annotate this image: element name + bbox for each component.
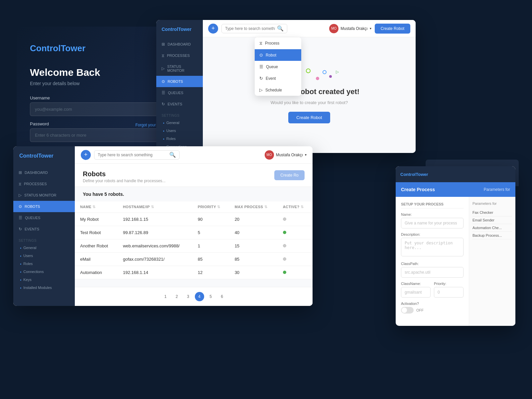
dropdown-item-queue[interactable]: ☰ Queue (255, 61, 301, 72)
page-button[interactable]: 5 (206, 292, 215, 301)
dropdown-item-event[interactable]: ↻ Event (255, 72, 301, 84)
sidebar-item-status-monitor[interactable]: ▷ STATUS MONITOR (156, 61, 203, 76)
sidebar-2-events[interactable]: ↻ EVENTS (13, 223, 75, 235)
settings-2-section-label: SETTINGS (13, 235, 75, 244)
cp-classpath-label: ClassPath: (401, 262, 464, 266)
main-content-2: + 🔍 MO Mustafa Orakçı ▾ Robots Define yo… (75, 146, 313, 306)
event-icon: ↻ (259, 76, 263, 81)
sidebar-2-queues[interactable]: ☰ QUEUES (13, 212, 75, 223)
page-button[interactable]: 2 (172, 292, 182, 301)
add-button-2[interactable]: + (81, 150, 91, 160)
sidebar-2-sub-roles[interactable]: Roles (13, 260, 75, 268)
robot-name: Another Robot (75, 239, 118, 253)
cp-name-label: Name: (401, 212, 464, 216)
cp-right-item-0[interactable]: Fax Checker (472, 209, 512, 216)
sidebar-item-dashboard[interactable]: ⊞ DASHBOARD (156, 39, 203, 50)
robot-hostname: web.emailservices.com/9988/ (118, 239, 193, 253)
sidebar-2-processes[interactable]: ⧖ PROCESSES (13, 178, 75, 190)
status-dot (283, 231, 286, 234)
cp-right-item-1[interactable]: Email Sender (472, 216, 512, 224)
cp-name-input[interactable] (401, 218, 464, 228)
sidebar-2-status-monitor[interactable]: ▷ STATUS MONITOR (13, 190, 75, 201)
table-row: Test Robot 99.87.126.89 5 40 (75, 226, 313, 239)
robot-priority: 12 (193, 266, 229, 279)
robot-max-process: 15 (229, 239, 278, 253)
login-brand: ControlTower (30, 43, 176, 54)
cp-classpath-input[interactable] (401, 267, 464, 278)
dropdown-item-schedule[interactable]: ▷ Schedule (255, 84, 301, 96)
robot-active (278, 239, 313, 253)
cp-header: Create Process Parameters for (396, 182, 515, 197)
processes-icon: ⧖ (162, 53, 164, 58)
sidebar-item-robots[interactable]: ⊙ ROBOTS (156, 76, 203, 87)
col-name: NAME ⇅ (75, 201, 118, 213)
sidebar-2-robots[interactable]: ⊙ ROBOTS (13, 201, 75, 212)
robot-priority: 1 (193, 239, 229, 253)
sidebar-2-sub-connections[interactable]: Connections (13, 268, 75, 276)
sidebar-2-dashboard[interactable]: ⊞ DASHBOARD (13, 167, 75, 178)
sidebar-sub-general[interactable]: General (156, 119, 203, 127)
sidebar-item-queues[interactable]: ☰ QUEUES (156, 87, 203, 98)
cp-desc-field: Description: (401, 232, 464, 258)
robot-hostname: gofax.com/73268321/ (118, 253, 193, 266)
sidebar-2: ControlTower ⊞ DASHBOARD ⧖ PROCESSES ▷ S… (13, 146, 75, 306)
cp-classpath-field: ClassPath: (401, 262, 464, 278)
sidebar-item-events[interactable]: ↻ EVENTS (156, 98, 203, 110)
avatar: MO (329, 24, 338, 33)
sidebar-sub-roles[interactable]: Roles (156, 135, 203, 143)
window-create-process: ControlTower Create Process Parameters f… (396, 166, 515, 326)
cp-priority-input[interactable] (434, 287, 464, 298)
robot-hostname: 99.87.126.89 (118, 226, 193, 239)
schedule-icon: ▷ (259, 87, 263, 92)
sidebar-2-sub-keys[interactable]: Keys (13, 276, 75, 284)
dropdown-item-robot[interactable]: ⊙ Robot (255, 49, 301, 61)
create-robot-table-button[interactable]: Create Ro (274, 170, 305, 180)
cp-priority-label: Priority: (434, 282, 464, 286)
col-max-process: MAX PROCESS ⇅ (229, 201, 278, 213)
search-input[interactable] (225, 24, 275, 33)
robot-active (278, 213, 313, 226)
page-button[interactable]: 4 (195, 292, 204, 301)
robots-2-icon: ⊙ (19, 204, 22, 209)
status-dot (283, 244, 286, 247)
page-button[interactable]: 1 (161, 292, 170, 301)
login-subtitle: Enter your details below (30, 81, 176, 86)
robot-icon: ⊙ (259, 53, 263, 58)
page-button[interactable]: 6 (217, 292, 227, 301)
page-header: Robots Define your robots and handle the… (75, 164, 313, 187)
search-input-2[interactable] (98, 151, 167, 159)
create-robot-top-button[interactable]: Create Robot (375, 24, 410, 34)
status-monitor-2-icon: ▷ (19, 193, 22, 198)
add-button[interactable]: + (208, 24, 218, 34)
sidebar-2-sub-general[interactable]: General (13, 244, 75, 252)
user-menu[interactable]: MO Mustafa Orakçı ▾ (329, 24, 371, 33)
sidebar-2-sub-installed-modules[interactable]: Installed Modules (13, 284, 75, 292)
sidebar-item-processes[interactable]: ⧖ PROCESSES (156, 50, 203, 61)
cp-priority-field: Priority: (434, 282, 464, 298)
activation-toggle[interactable] (401, 307, 414, 314)
username-input[interactable] (30, 102, 176, 116)
cp-classname-input[interactable] (401, 287, 431, 298)
robot-name: Automation (75, 266, 118, 279)
cp-desc-input[interactable] (401, 238, 464, 256)
cp-right-item-2[interactable]: Automation Che... (472, 224, 512, 232)
robot-max-process: 20 (229, 213, 278, 226)
w3-topbar: ControlTower (396, 166, 515, 182)
status-dot (283, 217, 286, 221)
pagination: 123456 (75, 287, 313, 306)
sidebar-sub-users[interactable]: Users (156, 127, 203, 135)
robot-name: eMail (75, 253, 118, 266)
cp-right-item-3[interactable]: Backup Process... (472, 232, 512, 239)
create-robot-empty-button[interactable]: Create Robot (288, 112, 330, 123)
table-row: Automation 192.168.1.14 12 30 (75, 266, 313, 279)
robot-priority: 5 (193, 226, 229, 239)
page-button[interactable]: 3 (184, 292, 193, 301)
empty-state: ▷ There's no robot created yet! Would yo… (203, 37, 416, 153)
cp-desc-label: Description: (401, 232, 464, 236)
sidebar-2-sub-users[interactable]: Users (13, 252, 75, 260)
user-menu-2[interactable]: MO Mustafa Orakçı ▾ (265, 150, 307, 160)
col-priority: PRIORITY ⇅ (193, 201, 229, 213)
dropdown-item-process[interactable]: ⧖ Process (255, 37, 301, 49)
password-input[interactable] (30, 128, 176, 142)
cp-classname-label: ClassName: (401, 282, 431, 286)
